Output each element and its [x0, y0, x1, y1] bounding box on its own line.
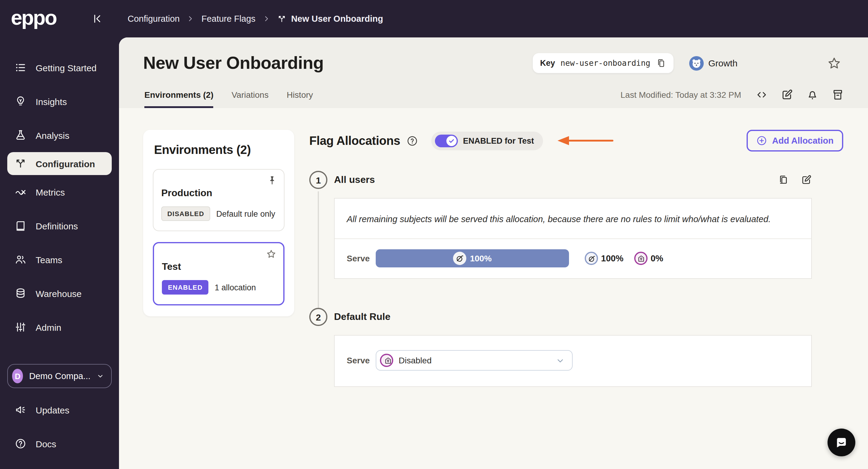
environment-card-production[interactable]: Production DISABLED Default rule only [153, 169, 284, 231]
sidebar-item-warehouse[interactable]: Warehouse [0, 276, 119, 310]
environment-note: 1 allocation [215, 283, 256, 292]
lightbulb-icon [14, 95, 27, 107]
sidebar-item-docs[interactable]: Docs [0, 427, 119, 461]
flag-allocations-title: Flag Allocations [309, 134, 400, 147]
toggle-label: ENABLED for Test [463, 136, 534, 145]
environment-enabled-toggle[interactable]: ENABLED for Test [431, 131, 543, 150]
status-badge-enabled: ENABLED [162, 280, 209, 295]
sidebar-item-updates[interactable]: Updates [0, 393, 119, 427]
breadcrumb-feature-flags[interactable]: Feature Flags [202, 14, 255, 24]
chevron-down-icon [97, 371, 104, 381]
eppo-logo: eppo [11, 7, 56, 30]
star-icon[interactable] [266, 249, 277, 260]
allocation-rail: 1 [309, 171, 328, 279]
default-rule-card: Serve [334, 335, 812, 387]
variation-percent: 100% [601, 254, 623, 263]
pin-icon[interactable] [267, 175, 277, 185]
bell-icon[interactable] [806, 89, 818, 101]
house-variation-icon [634, 252, 648, 265]
add-allocation-label: Add Allocation [772, 136, 834, 145]
metrics-icon [14, 186, 27, 198]
breadcrumb-current-flag: New User Onboarding [291, 14, 383, 24]
flag-key-chip[interactable]: Key new-user-onboarding [533, 53, 673, 73]
edit-allocation-icon[interactable] [801, 174, 812, 185]
environment-card-test[interactable]: Test ENABLED 1 allocation [153, 242, 284, 305]
tab-environments[interactable]: Environments (2) [144, 90, 214, 108]
sidebar-item-configuration[interactable]: Configuration [7, 152, 112, 175]
chevron-down-icon [556, 356, 565, 365]
environment-name: Test [162, 261, 275, 272]
allocation-description: All remaining subjects will be served th… [335, 199, 811, 238]
tab-variations[interactable]: Variations [231, 90, 269, 108]
branch-icon [14, 158, 27, 170]
variation-percent: 0% [651, 254, 663, 263]
help-question-icon[interactable] [406, 135, 418, 146]
tab-history[interactable]: History [287, 90, 313, 108]
default-serve-dropdown[interactable]: Disabled [376, 350, 572, 371]
page-title: New User Onboarding [143, 53, 324, 73]
check-icon [448, 137, 455, 144]
sidebar: Getting Started Insights Analysis Config… [0, 37, 119, 469]
copy-icon[interactable] [656, 58, 666, 68]
last-modified-text: Last Modified: Today at 3:32 PM [621, 90, 741, 100]
house-variation-icon [380, 354, 393, 367]
top-bar: eppo Configuration Feature Flags New Use… [0, 0, 868, 37]
people-icon [14, 254, 27, 266]
sidebar-item-metrics[interactable]: Metrics [0, 175, 119, 209]
environments-panel-title: Environments (2) [154, 143, 284, 157]
workspace-avatar: D [12, 369, 23, 383]
sidebar-item-definitions[interactable]: Definitions [0, 209, 119, 243]
flag-header: New User Onboarding Key new-user-onboard… [119, 37, 868, 108]
chat-launcher-button[interactable] [828, 429, 855, 456]
acorn-variation-icon [453, 252, 466, 265]
allocation-number: 1 [309, 171, 328, 189]
sidebar-item-label: Getting Started [36, 63, 97, 73]
sidebar-item-label: Analysis [36, 130, 69, 140]
allocation-title: Default Rule [334, 311, 391, 322]
content-area: New User Onboarding Key new-user-onboard… [119, 37, 868, 469]
serve-label: Serve [347, 356, 376, 365]
duplicate-allocation-icon[interactable] [778, 174, 789, 185]
breadcrumb: Configuration Feature Flags New User Onb… [127, 14, 383, 24]
sidebar-item-label: Metrics [36, 187, 65, 197]
environment-name: Production [161, 188, 276, 199]
plus-circle-icon [756, 135, 767, 146]
serve-allocation-bar[interactable]: 100% [376, 249, 569, 267]
environments-panel: Environments (2) Production DISABLED Def… [143, 130, 294, 316]
status-badge-disabled: DISABLED [161, 206, 210, 221]
edit-icon[interactable] [781, 89, 793, 101]
sidebar-collapse-button[interactable] [91, 13, 103, 25]
chat-bubble-icon [835, 436, 848, 449]
sidebar-item-teams[interactable]: Teams [0, 243, 119, 276]
sidebar-item-analysis[interactable]: Analysis [0, 118, 119, 152]
key-value: new-user-onboarding [561, 59, 650, 68]
breadcrumb-configuration[interactable]: Configuration [127, 14, 180, 24]
archive-icon[interactable] [832, 89, 844, 101]
list-icon [14, 62, 27, 74]
sidebar-item-label: Definitions [36, 221, 78, 231]
code-icon[interactable] [756, 89, 768, 101]
allocation-number: 2 [309, 308, 328, 326]
allocation-default-rule: 2 Default Rule Serve [309, 308, 812, 387]
key-label: Key [540, 59, 555, 68]
sliders-icon [14, 321, 27, 333]
flag-allocations-section: Flag Allocations [309, 130, 843, 469]
favorite-star-icon[interactable] [827, 56, 841, 70]
sidebar-item-label: Admin [36, 322, 61, 332]
sidebar-item-getting-started[interactable]: Getting Started [0, 51, 119, 85]
sidebar-item-insights[interactable]: Insights [0, 85, 119, 118]
workspace-switcher[interactable]: D Demo Compa... [7, 364, 112, 388]
chevron-right-icon [187, 15, 194, 22]
content-body: Environments (2) Production DISABLED Def… [119, 108, 868, 469]
flag-tabs: Environments (2) Variations History [144, 90, 313, 108]
environment-note: Default rule only [216, 209, 275, 218]
sidebar-item-label: Teams [36, 255, 62, 265]
sidebar-item-admin[interactable]: Admin [0, 310, 119, 344]
chevron-right-icon [263, 15, 270, 22]
allocation-all-users: 1 All users [309, 171, 812, 279]
app: eppo Configuration Feature Flags New Use… [0, 0, 868, 469]
team-chip[interactable]: Growth [689, 56, 738, 70]
toggle-switch-on[interactable] [435, 134, 458, 147]
sidebar-item-label: Warehouse [36, 288, 82, 299]
add-allocation-button[interactable]: Add Allocation [747, 130, 843, 152]
